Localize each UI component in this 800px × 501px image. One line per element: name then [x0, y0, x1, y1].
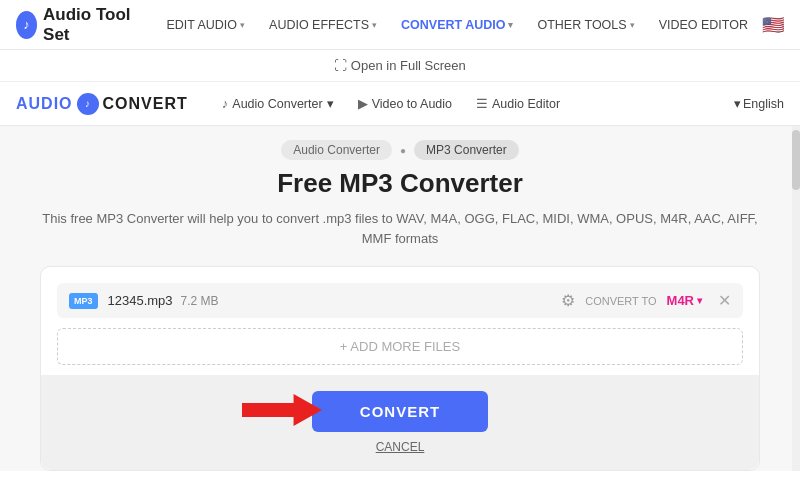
nav-video-editor[interactable]: VIDEO EDITOR	[649, 12, 758, 38]
format-selector[interactable]: M4R ▾	[667, 293, 702, 308]
remove-file-button[interactable]: ✕	[718, 291, 731, 310]
svg-marker-0	[242, 394, 322, 426]
file-actions: ⚙ CONVERT TO M4R ▾ ✕	[561, 291, 731, 310]
chevron-down-icon: ▾	[734, 96, 741, 111]
top-nav-links: EDIT AUDIO ▾ AUDIO EFFECTS ▾ CONVERT AUD…	[156, 12, 784, 38]
breadcrumb-mp3-converter[interactable]: MP3 Converter	[414, 140, 519, 160]
convert-area: CONVERT CANCEL	[41, 375, 759, 470]
logo-icon: ♪	[16, 11, 37, 39]
music-icon: ♪	[222, 96, 229, 111]
arrow-icon	[242, 390, 322, 434]
fullscreen-bar[interactable]: ⛶ Open in Full Screen	[0, 50, 800, 82]
chevron-icon: ▾	[240, 20, 245, 30]
settings-icon[interactable]: ⚙	[561, 291, 575, 310]
video-icon: ▶	[358, 96, 368, 111]
editor-icon: ☰	[476, 96, 488, 111]
convert-btn-wrapper: CONVERT	[312, 391, 488, 432]
convert-button[interactable]: CONVERT	[312, 391, 488, 432]
file-row: MP3 12345.mp3 7.2 MB ⚙ CONVERT TO M4R ▾ …	[57, 283, 743, 318]
fullscreen-label: Open in Full Screen	[351, 58, 466, 73]
logo[interactable]: ♪ Audio Tool Set	[16, 5, 132, 45]
format-chevron-icon: ▾	[697, 295, 702, 306]
file-name: 12345.mp3	[108, 293, 173, 308]
breadcrumb-separator: ●	[400, 145, 406, 156]
logo-text: Audio Tool Set	[43, 5, 132, 45]
chevron-icon: ▾	[372, 20, 377, 30]
inner-logo-audio: AUDIO	[16, 95, 73, 113]
convert-to-label: CONVERT TO	[585, 295, 656, 307]
inner-nav-audio-editor[interactable]: ☰ Audio Editor	[466, 92, 570, 115]
inner-nav-links: ♪ Audio Converter ▾ ▶ Video to Audio ☰ A…	[212, 92, 734, 115]
breadcrumb: Audio Converter ● MP3 Converter	[40, 126, 760, 168]
main-content: Audio Converter ● MP3 Converter Free MP3…	[0, 126, 800, 471]
file-type-badge: MP3	[69, 293, 98, 309]
breadcrumb-audio-converter[interactable]: Audio Converter	[281, 140, 392, 160]
page-title: Free MP3 Converter	[40, 168, 760, 199]
add-files-label: + ADD MORE FILES	[340, 339, 460, 354]
page-description: This free MP3 Converter will help you to…	[40, 209, 760, 248]
chevron-icon: ▾	[508, 20, 513, 30]
chevron-icon: ▾	[630, 20, 635, 30]
top-nav: ♪ Audio Tool Set EDIT AUDIO ▾ AUDIO EFFE…	[0, 0, 800, 50]
nav-edit-audio[interactable]: EDIT AUDIO ▾	[156, 12, 255, 38]
cancel-button[interactable]: CANCEL	[376, 440, 425, 454]
inner-logo-icon: ♪	[77, 93, 99, 115]
inner-logo[interactable]: AUDIO ♪ CONVERT	[16, 93, 188, 115]
format-value: M4R	[667, 293, 694, 308]
content-area: Audio Converter ● MP3 Converter Free MP3…	[0, 126, 800, 471]
nav-other-tools[interactable]: OTHER TOOLS ▾	[527, 12, 644, 38]
inner-nav-audio-converter[interactable]: ♪ Audio Converter ▾	[212, 92, 344, 115]
file-size: 7.2 MB	[181, 294, 219, 308]
nav-audio-effects[interactable]: AUDIO EFFECTS ▾	[259, 12, 387, 38]
nav-convert-audio[interactable]: CONVERT AUDIO ▾	[391, 12, 523, 38]
add-more-files-button[interactable]: + ADD MORE FILES	[57, 328, 743, 365]
scrollbar[interactable]	[792, 126, 800, 471]
inner-nav-video-to-audio[interactable]: ▶ Video to Audio	[348, 92, 462, 115]
chevron-icon: ▾	[327, 96, 334, 111]
fullscreen-icon: ⛶	[334, 58, 347, 73]
inner-nav: AUDIO ♪ CONVERT ♪ Audio Converter ▾ ▶ Vi…	[0, 82, 800, 126]
converter-box: MP3 12345.mp3 7.2 MB ⚙ CONVERT TO M4R ▾ …	[40, 266, 760, 471]
language-flag[interactable]: 🇺🇸	[762, 14, 784, 36]
language-selector[interactable]: ▾ English	[734, 96, 784, 111]
inner-logo-convert: CONVERT	[103, 95, 188, 113]
scrollbar-thumb[interactable]	[792, 130, 800, 190]
